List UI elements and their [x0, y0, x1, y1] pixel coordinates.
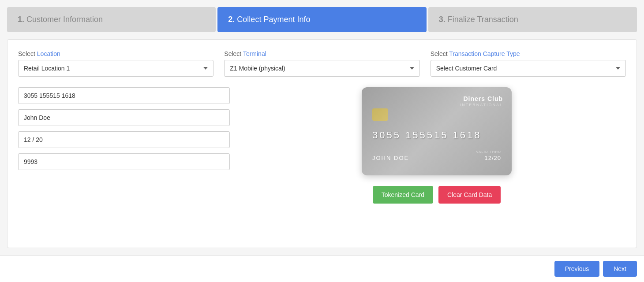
form-card-row: Diners Club INTERNATIONAL 3055 155515 16… — [18, 87, 626, 204]
step-3-label: Finalize Transaction — [448, 15, 518, 24]
card-actions: Tokenized Card Clear Card Data — [373, 186, 501, 204]
clear-card-button[interactable]: Clear Card Data — [438, 186, 501, 204]
main-content: Select Location Retail Location 1Retail … — [7, 39, 637, 248]
card-holder-display: JOHN DOE — [372, 155, 409, 161]
capture-type-label: Select Transaction Capture Type — [431, 50, 626, 57]
cvv-input[interactable] — [18, 153, 230, 170]
step-3-number: 3. — [439, 15, 446, 24]
card-brand-name: Diners Club — [463, 95, 503, 102]
step-3[interactable]: 3. Finalize Transaction — [428, 7, 637, 32]
card-section: Diners Club INTERNATIONAL 3055 155515 16… — [247, 87, 626, 204]
location-select[interactable]: Retail Location 1Retail Location 2 — [18, 60, 213, 77]
capture-type-select[interactable]: Select Customer CardManual Entry — [431, 60, 626, 77]
previous-button[interactable]: Previous — [554, 261, 599, 277]
tokenize-button[interactable]: Tokenized Card — [373, 186, 433, 204]
footer-nav: Previous Next — [0, 255, 644, 282]
card-expiry-group: VALID THRU 12/20 — [476, 150, 501, 161]
terminal-select[interactable]: Z1 Mobile (physical)Z1 Desktop — [224, 60, 419, 77]
card-number-input[interactable] — [18, 87, 230, 104]
capture-type-selector-group: Select Transaction Capture Type Select C… — [431, 50, 626, 77]
card-number-display: 3055 155515 1618 — [372, 130, 501, 141]
card-footer: JOHN DOE VALID THRU 12/20 — [372, 150, 501, 161]
step-2-label: Collect Payment Info — [237, 15, 310, 24]
step-2-number: 2. — [228, 15, 235, 24]
location-label-highlight: Location — [37, 50, 60, 57]
terminal-selector-group: Select Terminal Z1 Mobile (physical)Z1 D… — [224, 50, 419, 77]
step-1[interactable]: 1. Customer Information — [7, 7, 216, 32]
card-chip — [372, 108, 388, 121]
location-selector-group: Select Location Retail Location 1Retail … — [18, 50, 213, 77]
step-1-number: 1. — [18, 15, 24, 24]
credit-card-preview: Diners Club INTERNATIONAL 3055 155515 16… — [362, 87, 512, 175]
terminal-label-highlight: Terminal — [243, 50, 266, 57]
selectors-row: Select Location Retail Location 1Retail … — [18, 50, 626, 77]
form-section — [18, 87, 230, 204]
step-1-label: Customer Information — [26, 15, 103, 24]
card-brand: Diners Club INTERNATIONAL — [460, 94, 503, 108]
cardholder-name-input[interactable] — [18, 109, 230, 126]
card-expiry-display: 12/20 — [484, 155, 501, 161]
stepper: 1. Customer Information 2. Collect Payme… — [0, 0, 644, 32]
location-label: Select Location — [18, 50, 213, 57]
next-button[interactable]: Next — [603, 261, 637, 277]
expiry-input[interactable] — [18, 131, 230, 148]
terminal-label: Select Terminal — [224, 50, 419, 57]
capture-type-label-highlight: Transaction Capture Type — [449, 50, 520, 57]
card-expiry-label: VALID THRU — [476, 150, 501, 154]
step-2[interactable]: 2. Collect Payment Info — [217, 7, 426, 32]
card-brand-sub: INTERNATIONAL — [460, 103, 503, 108]
